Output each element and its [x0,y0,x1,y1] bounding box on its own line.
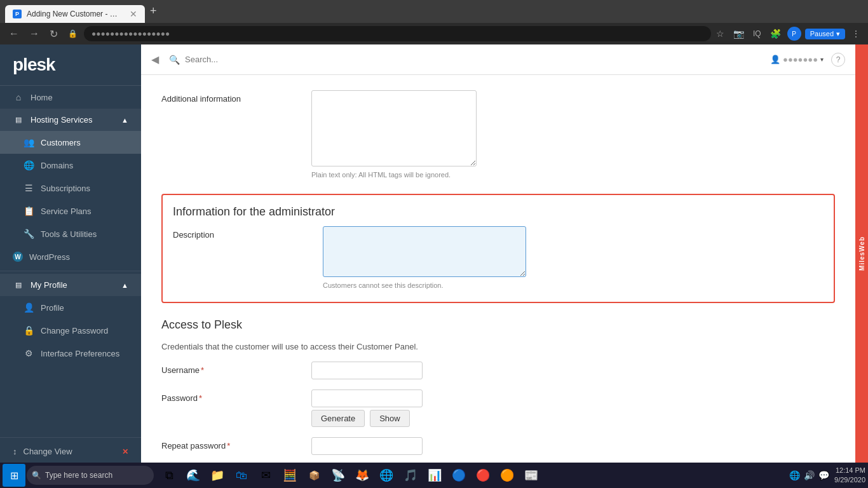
sidebar-item-change-password[interactable]: 🔒 Change Password [0,319,141,342]
profile-avatar[interactable]: P [787,27,801,41]
search-wrapper: 🔍 [169,55,763,65]
description-label: Description [173,226,313,240]
help-button[interactable]: ? [831,53,845,67]
miles-web-sidebar[interactable]: MilesWeb [855,44,868,463]
sidebar-item-interface-preferences[interactable]: ⚙ Interface Preferences [0,342,141,365]
sidebar-item-domains[interactable]: 🌐 Domains [0,154,141,177]
generate-button[interactable]: Generate [311,410,365,427]
additional-info-textarea[interactable] [311,90,477,166]
sidebar-collapse-button[interactable]: ◀ [151,53,159,65]
change-view-icon: ↕ [13,447,17,456]
username-required: * [201,365,204,375]
active-tab[interactable]: P Adding New Customer - Plesk O... ✕ [5,5,145,23]
main-content: ◀ 🔍 👤 ●●●●●●● ▾ ? Additiona [141,44,855,463]
back-button[interactable]: ← [5,25,23,42]
username-input[interactable] [311,362,423,379]
description-hint: Customers cannot see this description. [323,281,824,289]
user-label: ●●●●●●● [783,55,818,64]
hosting-services-icon: ▤ [13,116,24,124]
top-bar-right: 👤 ●●●●●●● ▾ ? [770,53,845,67]
sidebar-change-password-label: Change Password [41,326,108,336]
forward-button[interactable]: → [25,25,43,42]
description-textarea[interactable] [323,226,526,277]
taskbar-search-placeholder: Type here to search [45,471,112,480]
task-view-icon[interactable]: ⧉ [158,464,180,487]
search-input[interactable] [185,55,763,64]
mail-icon[interactable]: ✉ [254,464,277,487]
volume-icon[interactable]: 🔊 [804,470,815,480]
firefox-icon[interactable]: 🦊 [351,464,374,487]
password-row: Password* Generate Show [161,390,835,427]
sidebar-divider [0,271,141,271]
show-button[interactable]: Show [370,410,410,427]
repeat-password-row: Repeat password* [161,437,835,455]
ie-icon[interactable]: 🌐 [375,464,398,487]
calc-icon[interactable]: 🧮 [278,464,301,487]
wordpress-icon: W [13,252,23,262]
paused-button[interactable]: Paused ▾ [805,29,845,39]
home-icon: ⌂ [13,92,24,102]
sidebar-item-customers[interactable]: 👥 Customers [0,131,141,154]
browser-tabs: P Adding New Customer - Plesk O... ✕ + [0,0,868,23]
hosting-services-arrow: ▲ [121,116,128,124]
app3-icon[interactable]: 🔵 [447,464,470,487]
sidebar-item-subscriptions[interactable]: ☰ Subscriptions [0,177,141,200]
app1-icon[interactable]: 🎵 [399,464,422,487]
taskbar-search[interactable]: 🔍 Type here to search [27,466,154,485]
explorer-icon[interactable]: 📁 [206,464,229,487]
sidebar-item-hosting-services[interactable]: ▤ Hosting Services ▲ [0,109,141,131]
reload-button[interactable]: ↻ [46,25,62,43]
sidebar-item-profile[interactable]: 👤 Profile [0,296,141,319]
user-menu-button[interactable]: 👤 ●●●●●●● ▾ [770,55,824,64]
sidebar-item-home[interactable]: ⌂ Home [0,86,141,109]
my-profile-group-icon: ▤ [13,281,24,289]
screenshot-icon[interactable]: 📷 [731,27,747,40]
chrome-icon[interactable]: 🔴 [471,464,494,487]
sidebar-my-profile-label: My Profile [31,280,67,290]
store-icon[interactable]: 🛍 [230,464,253,487]
change-password-icon: 🔒 [23,325,34,336]
tab-close-button[interactable]: ✕ [130,9,137,19]
sidebar-item-my-profile-group[interactable]: ▤ My Profile ▲ [0,274,141,296]
access-to-plesk-section: Access to Plesk Credentials that the cus… [161,318,835,455]
additional-info-section: Additional information Plain text only: … [161,90,835,179]
iq-icon[interactable]: IQ [750,28,764,39]
taskbar-date-display: 9/29/2020 [834,475,865,485]
sidebar-item-change-view[interactable]: ↕ Change View ✕ [0,440,141,463]
winrar-icon[interactable]: 📦 [302,464,325,487]
address-bar[interactable] [84,26,711,41]
sidebar-hosting-label: Hosting Services [31,115,93,125]
notification-icon[interactable]: 💬 [818,470,829,480]
extensions-icon[interactable]: 🧩 [768,27,783,40]
sidebar-customers-label: Customers [41,138,81,147]
sidebar-service-plans-label: Service Plans [41,207,91,216]
filezilla-icon[interactable]: 📡 [327,464,349,487]
start-button[interactable]: ⊞ [3,464,25,487]
my-profile-arrow: ▲ [121,281,128,289]
app4-icon[interactable]: 🟠 [496,464,519,487]
sidebar-wordpress-label: WordPress [29,252,70,262]
network-icon[interactable]: 🌐 [789,470,800,480]
sidebar-logo: plesk [0,44,141,86]
sidebar-subscriptions-label: Subscriptions [41,184,90,193]
change-view-close[interactable]: ✕ [122,447,128,456]
sidebar-item-tools-utilities[interactable]: 🔧 Tools & Utilities [0,222,141,245]
edge-icon[interactable]: 🌊 [182,464,205,487]
bookmark-icon[interactable]: ☆ [714,27,727,40]
tab-favicon: P [13,10,22,18]
new-tab-button[interactable]: + [145,4,162,18]
app5-icon[interactable]: 📰 [520,464,543,487]
sidebar-item-wordpress[interactable]: W WordPress [0,245,141,268]
sidebar-change-view-label: Change View [24,447,72,456]
taskbar: ⊞ 🔍 Type here to search ⧉ 🌊 📁 🛍 ✉ 🧮 📦 📡 … [0,463,868,488]
password-input[interactable] [311,390,423,407]
repeat-password-input[interactable] [311,437,423,455]
customers-icon: 👥 [23,137,34,147]
dropdown-arrow: ▾ [836,30,840,38]
password-label: Password* [161,390,301,403]
sidebar-divider-2 [0,437,141,438]
sidebar-item-service-plans[interactable]: 📋 Service Plans [0,200,141,222]
menu-icon[interactable]: ⋮ [849,27,863,40]
app2-icon[interactable]: 📊 [423,464,446,487]
sidebar-home-label: Home [31,93,53,102]
